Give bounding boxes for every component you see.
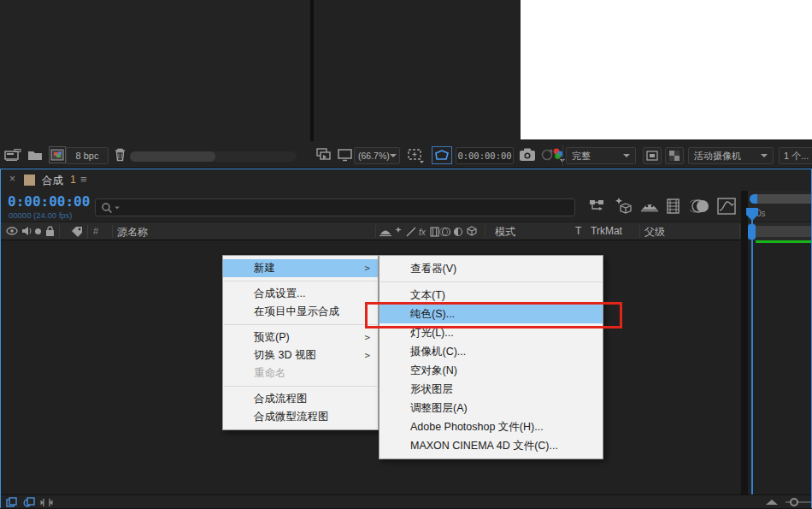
timeline-column-divider[interactable] (741, 191, 748, 494)
rendered-frames-bar (756, 240, 811, 243)
menu-item-reveal-composition-in-project[interactable]: 在项目中显示合成 (223, 303, 378, 321)
column-t[interactable]: T (575, 225, 581, 237)
menu-item-shape-layer[interactable]: 形状图层 (380, 380, 603, 399)
timeline-tab-number: 1 (70, 174, 76, 186)
panel-menu-icon[interactable]: ≡ (80, 173, 87, 186)
close-icon[interactable]: × (9, 173, 15, 185)
timeline-toolbar-row: 0:00:00:00 00000 (24.00 fps) (1, 191, 811, 222)
toolbar-separator (562, 145, 563, 166)
solo-icon[interactable] (35, 228, 41, 234)
project-scrollbar-track[interactable] (130, 151, 297, 162)
shy-layers-icon[interactable] (640, 199, 659, 213)
preview-timecode[interactable]: 0:00:00:00 (456, 147, 514, 164)
main-viewer-icon[interactable] (338, 148, 352, 162)
magnification-value: (66.7%) (358, 151, 390, 161)
menu-item-viewer[interactable]: 查看器(V) (380, 259, 603, 278)
frame-info: 00000 (24.00 fps) (9, 210, 72, 220)
menu-item-null-object[interactable]: 空对象(N) (380, 361, 603, 380)
menu-item-label: 文本(T) (410, 288, 445, 303)
menu-item-label: 空对象(N) (410, 364, 457, 378)
project-scrollbar-thumb[interactable] (130, 151, 215, 162)
video-eye-icon[interactable] (6, 227, 18, 235)
menu-item-preview[interactable]: 预览(P)> (223, 328, 378, 346)
expand-in-out-panes-icon[interactable] (40, 497, 53, 508)
menu-item-label: 合成设置... (254, 287, 305, 301)
playhead-line[interactable] (751, 210, 753, 494)
region-of-interest-icon[interactable] (407, 147, 426, 164)
timeline-zoom-slider-knob[interactable] (790, 498, 798, 506)
layer-switches-icons: fx (380, 225, 480, 239)
toggle-mask-visibility-icon[interactable] (432, 146, 452, 164)
zoom-out-mountain-icon[interactable] (764, 499, 780, 506)
project-panel[interactable] (0, 0, 310, 141)
preview-timecode-value: 0:00:00:00 (457, 151, 511, 161)
menu-item-label: Adobe Photoshop 文件(H)... (410, 420, 544, 435)
menu-item-camera[interactable]: 摄像机(C)... (380, 342, 603, 361)
menu-item-composition-flowchart[interactable]: 合成流程图 (223, 390, 378, 408)
resolution-dropdown[interactable]: 完整 (566, 147, 636, 164)
new-folder-icon[interactable] (27, 149, 43, 161)
bit-depth-button[interactable]: 8 bpc (66, 147, 109, 164)
motion-blur-icon[interactable] (690, 198, 710, 214)
menu-separator (224, 324, 377, 325)
audio-speaker-icon[interactable] (21, 226, 32, 236)
menu-item-label: 合成流程图 (254, 392, 308, 406)
column-mode[interactable]: 模式 (495, 225, 515, 240)
view-layout-dropdown[interactable]: 1 个... (779, 147, 812, 164)
current-timecode[interactable]: 0:00:00:00 (8, 193, 90, 210)
composition-viewport[interactable] (521, 0, 812, 139)
column-trkmat[interactable]: TrkMat (591, 225, 622, 237)
trash-icon[interactable] (114, 147, 127, 162)
menu-item-label: MAXON CINEMA 4D 文件(C)... (410, 439, 558, 453)
snapshot-camera-icon[interactable] (519, 147, 536, 162)
menu-item-label: 形状图层 (410, 382, 453, 397)
time-navigator-start-handle[interactable] (750, 194, 757, 204)
expand-transfer-controls-icon[interactable] (23, 497, 35, 508)
label-tag-icon[interactable] (71, 226, 83, 237)
always-preview-icon[interactable] (316, 148, 332, 162)
search-input[interactable] (95, 198, 575, 216)
timeline-tab-label[interactable]: 合成 (42, 174, 63, 188)
comp-mini-flowchart-icon[interactable] (589, 198, 606, 214)
menu-item-new[interactable]: 新建> (223, 259, 378, 277)
menu-item-adjustment-layer[interactable]: 调整图层(A) (380, 399, 603, 417)
graph-editor-icon[interactable] (717, 198, 736, 215)
bit-depth-label: 8 bpc (76, 151, 99, 161)
menu-item-switch-3d-view[interactable]: 切换 3D 视图> (223, 346, 378, 364)
chevron-down-icon (761, 154, 768, 157)
frame-blending-icon[interactable] (666, 198, 683, 215)
search-options-chevron-icon[interactable] (115, 206, 120, 209)
menu-item-label: 新建 (254, 261, 275, 275)
magnification-dropdown[interactable]: (66.7%) (354, 147, 400, 164)
column-parent[interactable]: 父级 (644, 225, 665, 240)
menu-item-photoshop-file[interactable]: Adobe Photoshop 文件(H)... (380, 417, 603, 436)
timeline-tab-row: × 合成 1 ≡ (1, 169, 811, 191)
transparency-grid-icon[interactable] (665, 147, 684, 164)
submenu-arrow-icon: > (364, 350, 370, 361)
target-region-icon[interactable] (643, 147, 662, 164)
lock-icon[interactable] (45, 226, 55, 237)
timeline-bottom-bar (1, 494, 811, 508)
menu-item-cinema4d-file[interactable]: MAXON CINEMA 4D 文件(C)... (380, 436, 603, 455)
column-source-name[interactable]: 源名称 (117, 225, 148, 240)
time-navigator-bar[interactable] (756, 194, 811, 204)
work-area-bar[interactable] (756, 226, 811, 237)
menu-item-label: 查看器(V) (410, 262, 456, 276)
submenu-arrow-icon: > (364, 263, 370, 274)
playhead-marker[interactable] (745, 207, 759, 222)
expand-layer-switches-icon[interactable] (6, 497, 18, 508)
timeline-header-row: # 源名称 fx 模 (1, 222, 811, 240)
draft-3d-icon[interactable] (615, 197, 633, 215)
menu-item-rename[interactable]: 重命名 (223, 364, 378, 382)
context-menu: 新建>合成设置...在项目中显示合成预览(P)>切换 3D 视图>重命名合成流程… (222, 255, 379, 430)
menu-item-label: 重命名 (254, 366, 286, 381)
menu-item-composition-settings[interactable]: 合成设置... (223, 285, 378, 303)
after-effects-window: 8 bpc (66.7%) 0:00:00:00 完整 (0, 0, 812, 509)
chevron-down-icon (623, 154, 630, 157)
menu-item-composition-mini-flowchart[interactable]: 合成微型流程图 (223, 408, 378, 426)
create-comp-icon[interactable] (49, 146, 66, 163)
camera-view-dropdown[interactable]: 活动摄像机 (688, 147, 774, 164)
column-index[interactable]: # (93, 226, 98, 236)
render-queue-icon[interactable] (4, 149, 21, 162)
menu-separator (224, 281, 377, 281)
